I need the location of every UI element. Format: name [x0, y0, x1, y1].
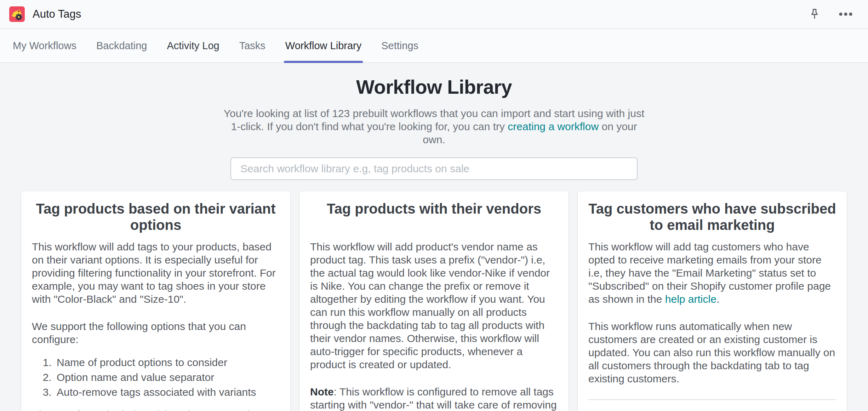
tab-settings[interactable]: Settings [371, 29, 428, 62]
workflow-card-variant-options: Tag products based on their variant opti… [21, 191, 290, 411]
list-item: Option name and value separator [55, 370, 280, 385]
search-input[interactable] [230, 157, 638, 180]
text-run: . [716, 293, 719, 305]
card-paragraph: This workflow will add tags to your prod… [32, 240, 280, 306]
text-run: Please refer to the [32, 409, 121, 411]
workflow-card-email-marketing: Tag customers who have subscribed to ema… [578, 191, 847, 411]
card-title: Tag products based on their variant opti… [32, 201, 280, 234]
tab-workflow-library[interactable]: Workflow Library [275, 29, 371, 62]
pin-button[interactable] [808, 7, 821, 21]
tab-backdating[interactable]: Backdating [86, 29, 157, 62]
card-paragraph: This workflow runs automatically when ne… [588, 320, 836, 385]
card-paragraph: This workflow will add product's vendor … [310, 240, 558, 371]
card-note: Note: This workflow is configured to rem… [310, 385, 558, 411]
tab-bar: My Workflows Backdating Activity Log Tas… [0, 29, 868, 63]
note-label: Note [310, 386, 334, 398]
list-item: Auto-remove tags associated with variant… [55, 385, 280, 400]
help-article-link[interactable]: help article [121, 409, 173, 411]
card-paragraph: Please refer to the help article to lear… [32, 408, 280, 411]
card-title: Tag products with their vendors [310, 201, 558, 234]
ellipsis-icon [838, 7, 854, 21]
top-bar: Auto Tags [0, 0, 868, 29]
topbar-actions [808, 7, 854, 21]
card-title: Tag customers who have subscribed to ema… [588, 201, 836, 234]
card-paragraph: This workflow will add tag customers who… [588, 240, 836, 306]
note-text: : This workflow is configured to remove … [310, 386, 557, 411]
page-title: Workflow Library [0, 76, 868, 98]
tab-activity-log[interactable]: Activity Log [157, 29, 229, 62]
options-list: Name of product options to consider Opti… [32, 355, 280, 400]
list-item: Name of product options to consider [55, 355, 280, 370]
search-wrap [230, 157, 638, 180]
card-paragraph: We support the following options that yo… [32, 320, 280, 346]
card-divider [588, 399, 836, 400]
app-title: Auto Tags [33, 8, 81, 21]
workflow-card-vendors: Tag products with their vendors This wor… [299, 191, 569, 411]
tab-my-workflows[interactable]: My Workflows [3, 29, 86, 62]
page-header: Workflow Library You're looking at list … [0, 76, 868, 180]
help-article-link[interactable]: help article [665, 293, 716, 305]
app-logo-icon [9, 6, 25, 22]
app-identity: Auto Tags [9, 6, 81, 22]
workflow-cards: Tag products based on their variant opti… [0, 191, 868, 411]
intro-text: You're looking at list of 123 prebuilt w… [222, 107, 646, 146]
creating-workflow-link[interactable]: creating a workflow [508, 121, 599, 132]
pin-icon [808, 7, 821, 21]
tab-tasks[interactable]: Tasks [229, 29, 275, 62]
more-menu-button[interactable] [838, 7, 854, 21]
